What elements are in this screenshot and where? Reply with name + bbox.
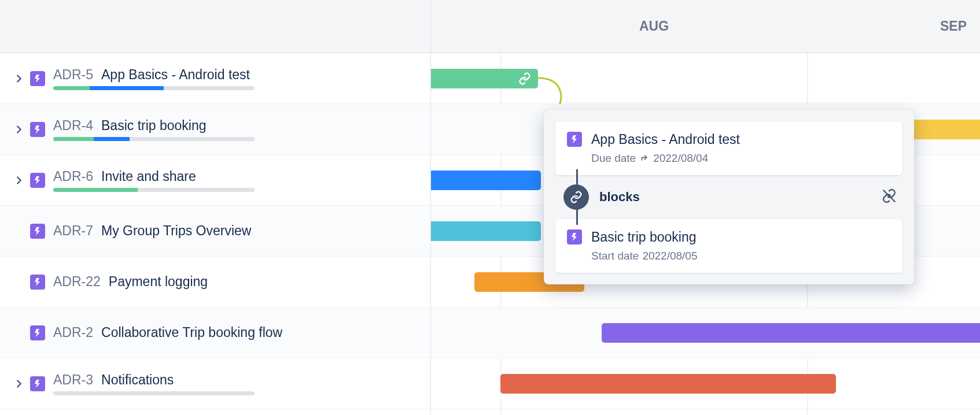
dependency-target-title: Basic trip booking: [591, 229, 697, 245]
arrow-turn-icon: [639, 153, 650, 164]
issue-summary[interactable]: My Group Trips Overview: [101, 223, 251, 239]
link-icon: [563, 184, 589, 210]
unlink-button[interactable]: [882, 188, 897, 206]
issue-key[interactable]: ADR-22: [53, 274, 101, 290]
gantt-bar[interactable]: [602, 323, 980, 343]
issue-list-header: [0, 0, 430, 53]
issue-key[interactable]: ADR-6: [53, 169, 93, 184]
issue-summary[interactable]: Payment logging: [109, 274, 208, 290]
timeline-row: [431, 307, 980, 358]
timeline-header: AUG SEP: [431, 0, 980, 53]
epic-icon: [567, 132, 582, 147]
issue-text: ADR-2 Collaborative Trip booking flow: [53, 325, 282, 340]
month-label: SEP: [940, 18, 967, 34]
issue-text: ADR-7 My Group Trips Overview: [53, 223, 251, 239]
issue-text: ADR-6 Invite and share: [53, 169, 255, 192]
issue-key[interactable]: ADR-7: [53, 223, 93, 239]
issue-text: ADR-5 App Basics - Android test: [53, 67, 255, 90]
gantt-bar[interactable]: [431, 171, 541, 190]
issue-row[interactable]: ADR-4 Basic trip booking: [0, 104, 430, 155]
issue-row[interactable]: ADR-5 App Basics - Android test: [0, 53, 430, 104]
issue-summary[interactable]: App Basics - Android test: [101, 67, 250, 83]
dependency-source-sub: Due date 2022/08/04: [591, 152, 740, 165]
issue-row[interactable]: ADR-3 Notifications: [0, 358, 430, 409]
gantt-bar[interactable]: [431, 221, 541, 241]
issue-key[interactable]: ADR-3: [53, 372, 93, 388]
dependency-relation-row: blocks: [555, 175, 902, 219]
epic-icon: [30, 275, 45, 290]
timeline-panel[interactable]: AUG SEP: [431, 0, 980, 415]
progress-bar: [53, 391, 255, 395]
issue-row[interactable]: ADR-6 Invite and share: [0, 155, 430, 206]
gantt-bar[interactable]: [500, 374, 836, 394]
issue-list-panel: ADR-5 App Basics - Android test ADR-4: [0, 0, 431, 415]
issue-key[interactable]: ADR-2: [53, 325, 93, 340]
progress-bar: [53, 86, 255, 90]
issue-summary[interactable]: Basic trip booking: [101, 118, 207, 134]
dependency-source-title: App Basics - Android test: [591, 132, 740, 147]
issue-summary[interactable]: Collaborative Trip booking flow: [101, 325, 282, 340]
issue-row[interactable]: ADR-22 Payment logging: [0, 257, 430, 307]
epic-icon: [30, 71, 45, 86]
issue-key[interactable]: ADR-5: [53, 67, 93, 83]
epic-icon: [30, 173, 45, 188]
issue-summary[interactable]: Notifications: [101, 372, 174, 388]
link-icon[interactable]: [515, 69, 535, 88]
epic-icon: [30, 376, 45, 391]
roadmap-view: ADR-5 App Basics - Android test ADR-4: [0, 0, 980, 415]
epic-icon: [30, 122, 45, 137]
epic-icon: [567, 229, 582, 244]
month-label: AUG: [639, 18, 669, 34]
issue-row[interactable]: ADR-2 Collaborative Trip booking flow: [0, 307, 430, 358]
issue-text: ADR-3 Notifications: [53, 372, 255, 395]
issue-summary[interactable]: Invite and share: [101, 169, 196, 184]
issue-key[interactable]: ADR-4: [53, 118, 93, 134]
gantt-bar[interactable]: [431, 69, 538, 88]
dependency-source-card[interactable]: App Basics - Android test Due date 2022/…: [555, 121, 902, 175]
issue-text: ADR-22 Payment logging: [53, 274, 208, 290]
epic-icon: [30, 224, 45, 239]
chevron-right-icon[interactable]: [13, 377, 25, 390]
dependency-target-sub: Start date 2022/08/05: [591, 250, 697, 262]
dependency-popover: App Basics - Android test Due date 2022/…: [544, 110, 914, 284]
chevron-right-icon[interactable]: [13, 123, 25, 136]
dependency-relation-label: blocks: [599, 190, 871, 205]
issue-row[interactable]: ADR-7 My Group Trips Overview: [0, 206, 430, 257]
progress-bar: [53, 137, 255, 141]
epic-icon: [30, 325, 45, 340]
chevron-right-icon[interactable]: [13, 72, 25, 85]
timeline-row: [431, 53, 980, 104]
chevron-right-icon[interactable]: [13, 174, 25, 187]
dependency-target-card[interactable]: Basic trip booking Start date 2022/08/05: [555, 219, 902, 273]
progress-bar: [53, 188, 255, 192]
issue-text: ADR-4 Basic trip booking: [53, 118, 255, 141]
timeline-row: [431, 358, 980, 409]
